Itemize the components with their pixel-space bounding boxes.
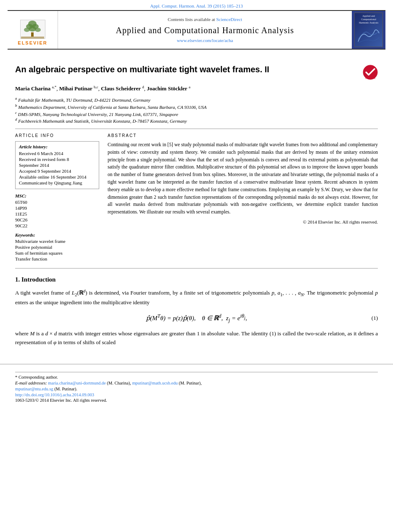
abstract-header: ABSTRACT xyxy=(108,133,378,138)
sciencedirect-link[interactable]: ScienceDirect xyxy=(216,17,242,22)
affiliations: a Fakultät für Mathematik, TU Dortmund, … xyxy=(15,96,378,124)
affil-d: d Fachbereich Mathematik und Statistik, … xyxy=(15,117,378,124)
keywords-title: Keywords: xyxy=(15,232,99,237)
svg-rect-7 xyxy=(21,37,44,39)
article-info-col: ARTICLE INFO Article history: Received 6… xyxy=(15,133,99,262)
author-putinar: Mihai Putinar xyxy=(59,85,92,92)
elsevier-logo: ELSEVIER xyxy=(8,11,58,49)
abstract-col: ABSTRACT Continuing our recent work in [… xyxy=(108,133,378,262)
history-revised-cont: September 2014 xyxy=(19,163,95,168)
formula-content: p̂(MTθ) = p(z)p̂(θ), θ ∈ ℝd, zj = eiθj, xyxy=(146,313,247,324)
footnote-email2: mputinar@ntu.edu.sg (M. Putinar). xyxy=(15,387,378,391)
msc-90C26: 90C26 xyxy=(15,217,99,222)
footnote-star: * Corresponding author. xyxy=(15,375,378,379)
elsevier-tree-image xyxy=(20,20,45,39)
history-accepted: Accepted 9 September 2014 xyxy=(19,169,95,174)
article-history-box: Article history: Received 6 March 2014 R… xyxy=(15,141,99,189)
svg-text:CrossMark: CrossMark xyxy=(365,77,376,79)
page: Appl. Comput. Harmon. Anal. 39 (2015) 18… xyxy=(0,0,393,532)
email-putinar-ucsb[interactable]: mputinar@math.ucsb.edu xyxy=(132,381,177,385)
svg-rect-6 xyxy=(31,32,34,37)
msc-title: MSC: xyxy=(15,193,99,198)
section1-title: 1. Introduction xyxy=(15,276,378,283)
author-scheiderer: Claus Scheiderer xyxy=(101,85,141,92)
msc-90C22: 90C22 xyxy=(15,223,99,228)
journal-title: Applied and Computational Harmonic Analy… xyxy=(116,26,294,35)
that-word: that xyxy=(364,187,371,192)
authors-line: Maria Charina a,*, Mihai Putinar b,c, Cl… xyxy=(15,85,378,92)
history-online: Available online 16 September 2014 xyxy=(19,174,95,179)
abstract-text: Continuing our recent work in [5] we stu… xyxy=(108,141,378,216)
affil-a: a Fakultät für Mathematik, TU Dortmund, … xyxy=(15,96,378,103)
svg-point-4 xyxy=(29,26,36,32)
affil-b: b Mathematics Department, University of … xyxy=(15,103,378,110)
author-charina: Maria Charina xyxy=(15,85,50,92)
kw-hermitian: Sum of hermitian squares xyxy=(15,250,99,255)
copyright: © 2014 Elsevier Inc. All rights reserved… xyxy=(108,219,378,224)
journal-header: ELSEVIER Contents lists available at Sci… xyxy=(8,10,385,50)
intro-para2: where M is a d × d matrix with integer e… xyxy=(15,329,378,347)
contents-line: Contents lists available at ScienceDirec… xyxy=(168,17,242,22)
keywords-section: Keywords: Multivariate wavelet frame Pos… xyxy=(15,232,99,261)
email-charina[interactable]: maria.charina@uni-dortmund.de xyxy=(48,381,106,385)
formula-1: p̂(MTθ) = p(z)p̂(θ), θ ∈ ℝd, zj = eiθj, … xyxy=(15,313,378,324)
affil-sup-a2: a xyxy=(189,85,190,89)
elsevier-brand-text: ELSEVIER xyxy=(18,40,47,45)
msc-14P99: 14P99 xyxy=(15,205,99,211)
footer-divider xyxy=(15,372,378,372)
msc-65T60: 65T60 xyxy=(15,200,99,205)
journal-citation: Appl. Comput. Harmon. Anal. 39 (2015) 18… xyxy=(0,0,393,10)
journal-url[interactable]: www.elsevier.com/locate/acha xyxy=(177,38,233,43)
affil-c: c DMS-SPMS, Nanyang Technological Univer… xyxy=(15,111,378,117)
crossmark-badge[interactable]: CrossMark xyxy=(363,65,378,80)
history-title: Article history: xyxy=(19,144,95,149)
history-revised: Received in revised form 8 xyxy=(19,157,95,162)
kw-wavelet: Multivariate wavelet frame xyxy=(15,239,99,244)
email-putinar-ntu[interactable]: mputinar@ntu.edu.sg xyxy=(15,387,53,391)
history-received: Received 6 March 2014 xyxy=(19,151,95,156)
article-info-header: ARTICLE INFO xyxy=(15,133,99,138)
main-content: An algebraic perspective on multivariate… xyxy=(0,50,393,356)
footnote-email1: E-mail addresses: maria.charina@uni-dort… xyxy=(15,381,378,385)
affil-sup-d: d xyxy=(142,85,144,89)
issn-line: 1063-5203/© 2014 Elsevier Inc. All right… xyxy=(15,398,378,403)
footer-area: * Corresponding author. E-mail addresses… xyxy=(0,364,393,407)
intro-para1: A tight wavelet frame of L2(ℝd) is deter… xyxy=(15,287,378,307)
paper-title: An algebraic perspective on multivariate… xyxy=(15,64,359,75)
article-info-abstract: ARTICLE INFO Article history: Received 6… xyxy=(15,133,378,262)
divider-1 xyxy=(15,129,378,129)
kw-transfer: Transfer function xyxy=(15,256,99,261)
author-stockler: Joachim Stöckler xyxy=(147,85,187,92)
cover-inner: Applied andComputationalHarmonic Analysi… xyxy=(354,13,383,47)
citation-text: Appl. Comput. Harmon. Anal. 39 (2015) 18… xyxy=(150,3,243,8)
affil-sup-a1: a,* xyxy=(52,85,56,89)
affil-sup-b: b,c xyxy=(94,85,98,89)
msc-section: MSC: 65T60 14P99 11E25 90C26 90C22 xyxy=(15,193,99,228)
msc-11E25: 11E25 xyxy=(15,211,99,216)
title-area: An algebraic perspective on multivariate… xyxy=(15,64,378,81)
svg-point-5 xyxy=(35,28,41,32)
formula-number: (1) xyxy=(372,315,378,321)
history-communicated: Communicated by Qingtang Jiang xyxy=(19,180,95,185)
divider-2 xyxy=(15,268,378,269)
cover-text: Applied andComputationalHarmonic Analysi… xyxy=(359,15,378,24)
journal-header-center: Contents lists available at ScienceDirec… xyxy=(58,11,352,49)
kw-polynomial: Positive polynomial xyxy=(15,245,99,250)
journal-cover: Applied andComputationalHarmonic Analysi… xyxy=(352,11,385,49)
doi-link[interactable]: http://dx.doi.org/10.1016/j.acha.2014.09… xyxy=(15,392,378,397)
